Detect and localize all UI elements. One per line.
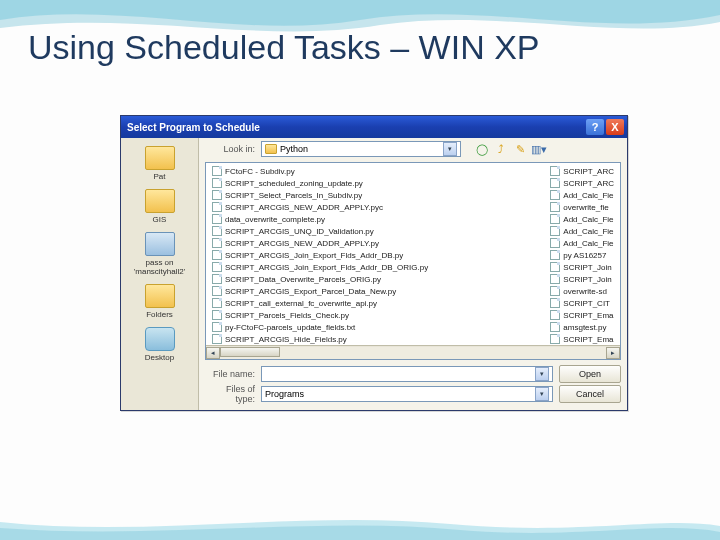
file-name: SCRIPT_CIT xyxy=(563,299,610,308)
file-icon xyxy=(212,262,222,272)
scroll-left-icon[interactable]: ◂ xyxy=(206,347,220,359)
file-icon xyxy=(212,202,222,212)
file-name: SCRIPT_ARC xyxy=(563,179,614,188)
file-icon xyxy=(550,310,560,320)
place-gis[interactable]: GIS xyxy=(125,187,195,226)
file-icon xyxy=(550,274,560,284)
file-item[interactable]: py-FCtoFC-parcels_update_fields.txt xyxy=(212,321,538,333)
lookin-combo[interactable]: Python ▾ xyxy=(261,141,461,157)
file-name: SCRIPT_ARCGIS_Hide_Fields.py xyxy=(225,335,347,344)
file-name: py AS16257 xyxy=(563,251,606,260)
file-item[interactable]: SCRIPT_Ema xyxy=(550,309,614,321)
file-item[interactable]: overwrite-sd xyxy=(550,285,614,297)
file-item[interactable]: SCRIPT_ARCGIS_NEW_ADDR_APPLY.pyc xyxy=(212,201,538,213)
file-icon xyxy=(212,322,222,332)
file-icon xyxy=(550,190,560,200)
file-icon xyxy=(212,178,222,188)
file-item[interactable]: Add_Calc_Fie xyxy=(550,213,614,225)
new-folder-icon[interactable]: ✎ xyxy=(513,142,527,156)
file-item[interactable]: SCRIPT_ARCGIS_UNQ_ID_Validation.py xyxy=(212,225,538,237)
up-icon[interactable]: ⤴ xyxy=(494,142,508,156)
file-icon xyxy=(212,310,222,320)
file-name: SCRIPT_Parcels_Fields_Check.py xyxy=(225,311,349,320)
chevron-down-icon[interactable]: ▾ xyxy=(535,387,549,401)
place-folders[interactable]: Folders xyxy=(125,282,195,321)
back-icon[interactable]: ◯ xyxy=(475,142,489,156)
open-button[interactable]: Open xyxy=(559,365,621,383)
scroll-right-icon[interactable]: ▸ xyxy=(606,347,620,359)
file-item[interactable]: SCRIPT_ARCGIS_Join_Export_Flds_Addr_DB.p… xyxy=(212,249,538,261)
file-name: SCRIPT_scheduled_zoning_update.py xyxy=(225,179,363,188)
file-item[interactable]: SCRIPT_Join xyxy=(550,261,614,273)
file-item[interactable]: Add_Calc_Fie xyxy=(550,189,614,201)
file-name: FCtoFC - Subdiv.py xyxy=(225,167,295,176)
file-item[interactable]: SCRIPT_ARC xyxy=(550,177,614,189)
file-name: overwrite-sd xyxy=(563,287,607,296)
lookin-value: Python xyxy=(280,144,308,154)
file-name: Add_Calc_Fie xyxy=(563,239,613,248)
file-item[interactable]: SCRIPT_Parcels_Fields_Check.py xyxy=(212,309,538,321)
file-item[interactable]: data_overwrite_complete.py xyxy=(212,213,538,225)
file-name: SCRIPT_Join xyxy=(563,263,611,272)
file-item[interactable]: FCtoFC - Subdiv.py xyxy=(212,165,538,177)
file-name: data_overwrite_complete.py xyxy=(225,215,325,224)
place-pat[interactable]: Pat xyxy=(125,144,195,183)
file-item[interactable]: amsgtest.py xyxy=(550,321,614,333)
file-icon xyxy=(212,274,222,284)
file-item[interactable]: SCRIPT_Select_Parcels_In_Subdiv.py xyxy=(212,189,538,201)
file-item[interactable]: SCRIPT_ARCGIS_NEW_ADDR_APPLY.py xyxy=(212,237,538,249)
horizontal-scrollbar[interactable]: ◂ ▸ xyxy=(206,345,620,359)
file-icon xyxy=(550,238,560,248)
chevron-down-icon[interactable]: ▾ xyxy=(443,142,457,156)
file-name: Add_Calc_Fie xyxy=(563,215,613,224)
file-icon xyxy=(212,334,222,344)
file-name: SCRIPT_Ema xyxy=(563,311,613,320)
places-bar: Pat GIS pass on 'manscityhall2' Folders … xyxy=(121,138,199,410)
file-item[interactable]: SCRIPT_Ema xyxy=(550,333,614,345)
filename-input[interactable]: ▾ xyxy=(261,366,553,382)
file-icon xyxy=(550,226,560,236)
file-item[interactable]: SCRIPT_ARCGIS_Export_Parcel_Data_New.py xyxy=(212,285,538,297)
file-item[interactable]: Add_Calc_Fie xyxy=(550,225,614,237)
file-name: SCRIPT_ARCGIS_Join_Export_Flds_Addr_DB_O… xyxy=(225,263,428,272)
place-label: Folders xyxy=(146,310,173,319)
file-icon xyxy=(550,322,560,332)
file-icon xyxy=(212,286,222,296)
file-icon xyxy=(550,166,560,176)
file-list[interactable]: FCtoFC - Subdiv.pySCRIPT_scheduled_zonin… xyxy=(205,162,621,360)
place-label: GIS xyxy=(153,215,167,224)
file-item[interactable]: SCRIPT_ARCGIS_Hide_Fields.py xyxy=(212,333,538,345)
file-item[interactable]: py AS16257 xyxy=(550,249,614,261)
close-button[interactable]: X xyxy=(606,119,624,135)
place-network[interactable]: pass on 'manscityhall2' xyxy=(125,230,195,278)
file-item[interactable]: SCRIPT_ARCGIS_Join_Export_Flds_Addr_DB_O… xyxy=(212,261,538,273)
file-dialog: Select Program to Schedule ? X Pat GIS p… xyxy=(120,115,628,411)
file-item[interactable]: SCRIPT_Join xyxy=(550,273,614,285)
place-label: Pat xyxy=(153,172,165,181)
file-name: SCRIPT_ARCGIS_NEW_ADDR_APPLY.py xyxy=(225,239,379,248)
file-item[interactable]: SCRIPT_CIT xyxy=(550,297,614,309)
file-item[interactable]: SCRIPT_scheduled_zoning_update.py xyxy=(212,177,538,189)
file-name: SCRIPT_ARCGIS_Join_Export_Flds_Addr_DB.p… xyxy=(225,251,403,260)
titlebar[interactable]: Select Program to Schedule ? X xyxy=(121,116,627,138)
folder-icon xyxy=(265,144,277,154)
file-name: SCRIPT_ARCGIS_UNQ_ID_Validation.py xyxy=(225,227,374,236)
file-item[interactable]: SCRIPT_call_external_fc_overwrite_api.py xyxy=(212,297,538,309)
views-icon[interactable]: ▥▾ xyxy=(532,142,546,156)
file-icon xyxy=(550,178,560,188)
cancel-button[interactable]: Cancel xyxy=(559,385,621,403)
file-icon xyxy=(212,298,222,308)
file-item[interactable]: SCRIPT_Data_Overwrite_Parcels_ORIG.py xyxy=(212,273,538,285)
help-button[interactable]: ? xyxy=(586,119,604,135)
file-item[interactable]: Add_Calc_Fie xyxy=(550,237,614,249)
file-icon xyxy=(212,166,222,176)
file-icon xyxy=(550,202,560,212)
filetype-combo[interactable]: Programs▾ xyxy=(261,386,553,402)
place-desktop[interactable]: Desktop xyxy=(125,325,195,364)
file-name: SCRIPT_ARCGIS_NEW_ADDR_APPLY.pyc xyxy=(225,203,383,212)
file-name: amsgtest.py xyxy=(563,323,606,332)
chevron-down-icon[interactable]: ▾ xyxy=(535,367,549,381)
scroll-thumb[interactable] xyxy=(220,347,280,357)
file-item[interactable]: SCRIPT_ARC xyxy=(550,165,614,177)
file-item[interactable]: overwrite_fie xyxy=(550,201,614,213)
